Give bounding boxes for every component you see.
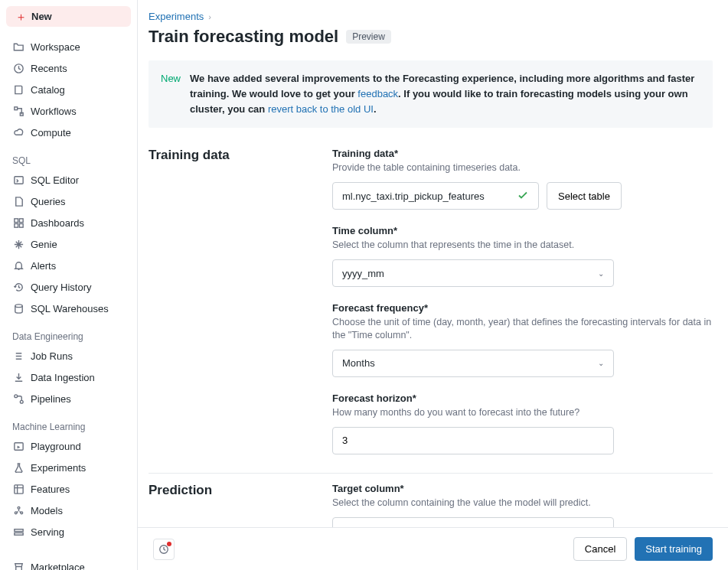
new-button[interactable]: ＋ New: [6, 6, 131, 27]
chevron-down-icon: ⌄: [598, 269, 604, 278]
sidebar-item-sql-editor[interactable]: SQL Editor: [0, 169, 137, 191]
svg-point-9: [14, 394, 17, 397]
sidebar-item-label: Catalog: [31, 84, 65, 96]
field-forecast-frequency: Forecast frequency* Choose the unit of t…: [332, 302, 713, 377]
field-help: Choose the unit of time (day, month, yea…: [332, 316, 713, 342]
field-label: Forecast horizon*: [332, 392, 713, 404]
scroll-area[interactable]: Experiments › Train forecasting model Pr…: [138, 0, 728, 527]
section-title: Prediction: [149, 483, 317, 498]
sidebar-item-label: Features: [31, 484, 70, 495]
banner-message: We have added several improvements to th…: [190, 71, 700, 117]
sidebar-item-label: Models: [31, 505, 63, 516]
terminal-icon: [12, 174, 24, 186]
start-training-button[interactable]: Start training: [635, 537, 713, 561]
field-label: Target column*: [332, 483, 713, 494]
section-title: Training data: [149, 148, 317, 163]
sidebar-item-workflows[interactable]: Workflows: [0, 100, 137, 122]
sidebar: ＋ New Workspace Recents Catalog Workflow…: [0, 0, 138, 570]
list-icon: [12, 350, 24, 362]
svg-rect-6: [14, 223, 18, 227]
cancel-button[interactable]: Cancel: [573, 537, 627, 561]
sidebar-item-serving[interactable]: Serving: [0, 521, 137, 542]
sidebar-item-queries[interactable]: Queries: [0, 191, 137, 212]
warehouse-icon: [12, 302, 24, 314]
forecast-frequency-select[interactable]: Months ⌄: [332, 350, 614, 377]
models-icon: [12, 504, 24, 516]
marketplace-icon: [12, 561, 24, 570]
sidebar-item-label: Job Runs: [31, 350, 73, 362]
revert-link[interactable]: revert back to the old UI: [268, 103, 374, 115]
sidebar-item-label: Marketplace: [31, 562, 85, 571]
ingestion-icon: [12, 371, 24, 383]
new-button-label: New: [31, 11, 52, 22]
sidebar-item-label: SQL Editor: [31, 174, 79, 186]
sidebar-item-pipelines[interactable]: Pipelines: [0, 388, 137, 409]
sidebar-item-job-runs[interactable]: Job Runs: [0, 345, 137, 366]
bell-icon: [12, 259, 24, 272]
sidebar-item-label: Playground: [31, 441, 81, 452]
training-data-input[interactable]: ml.nyc_taxi.trip_pickup_features: [332, 182, 539, 210]
sidebar-item-dashboards[interactable]: Dashboards: [0, 212, 137, 233]
sparkle-icon: [12, 238, 24, 250]
sidebar-item-compute[interactable]: Compute: [0, 122, 137, 143]
history-icon: [12, 281, 24, 293]
breadcrumb-root[interactable]: Experiments: [149, 11, 204, 22]
activity-clock-button[interactable]: [153, 539, 175, 560]
plus-icon: ＋: [15, 11, 27, 22]
folder-icon: [12, 41, 24, 53]
field-help: Select the column containing the value t…: [332, 497, 713, 510]
sidebar-item-marketplace[interactable]: Marketplace: [0, 556, 137, 570]
time-column-select[interactable]: yyyy_mm ⌄: [332, 259, 614, 287]
sidebar-item-query-history[interactable]: Query History: [0, 276, 137, 298]
sidebar-item-label: Compute: [31, 127, 71, 138]
sidebar-item-experiments[interactable]: Experiments: [0, 457, 137, 478]
sidebar-item-workspace[interactable]: Workspace: [0, 36, 137, 57]
sidebar-item-label: Genie: [31, 239, 57, 250]
sidebar-item-recents[interactable]: Recents: [0, 57, 137, 79]
field-time-column: Time column* Select the column that repr…: [332, 225, 713, 287]
sidebar-item-catalog[interactable]: Catalog: [0, 79, 137, 100]
target-column-select[interactable]: count_trips_window_1h_pickup_zip ⌄: [332, 517, 614, 527]
clock-icon: [12, 62, 24, 74]
sidebar-heading-sql: SQL: [0, 149, 137, 169]
sidebar-item-models[interactable]: Models: [0, 500, 137, 521]
field-help: Select the column that represents the ti…: [332, 239, 713, 252]
svg-rect-17: [14, 533, 22, 535]
sidebar-item-alerts[interactable]: Alerts: [0, 255, 137, 276]
svg-rect-12: [14, 484, 22, 493]
sidebar-item-sql-warehouses[interactable]: SQL Warehouses: [0, 298, 137, 319]
cloud-icon: [12, 126, 24, 138]
select-table-button[interactable]: Select table: [547, 182, 622, 210]
field-target-column: Target column* Select the column contain…: [332, 483, 713, 527]
svg-rect-3: [14, 176, 22, 183]
sidebar-item-genie[interactable]: Genie: [0, 233, 137, 255]
svg-point-10: [20, 400, 23, 403]
field-label: Time column*: [332, 225, 713, 236]
feedback-link[interactable]: feedback: [357, 88, 398, 99]
sidebar-item-label: Query History: [31, 282, 91, 293]
sidebar-item-playground[interactable]: Playground: [0, 435, 137, 457]
sidebar-item-label: Experiments: [31, 462, 86, 474]
serving-icon: [12, 526, 24, 538]
book-icon: [12, 83, 24, 96]
file-icon: [12, 195, 24, 207]
svg-rect-16: [14, 529, 22, 531]
sidebar-item-data-ingestion[interactable]: Data Ingestion: [0, 366, 137, 388]
training-data-value: ml.nyc_taxi.trip_pickup_features: [342, 191, 485, 202]
page-title: Train forecasting model: [149, 27, 338, 47]
sidebar-heading-de: Data Engineering: [0, 325, 137, 345]
forecast-frequency-value: Months: [342, 357, 375, 369]
svg-rect-1: [14, 106, 17, 109]
section-training-data: Training data Training data* Provide the…: [149, 138, 713, 473]
sidebar-item-features[interactable]: Features: [0, 478, 137, 500]
breadcrumb: Experiments ›: [149, 11, 713, 22]
playground-icon: [12, 440, 24, 452]
check-icon: [517, 189, 529, 204]
svg-rect-7: [19, 223, 23, 227]
time-column-value: yyyy_mm: [342, 268, 384, 279]
workflow-icon: [12, 105, 24, 117]
flask-icon: [12, 461, 24, 474]
forecast-horizon-input[interactable]: [332, 427, 614, 454]
sidebar-item-label: Workflows: [31, 106, 77, 117]
sidebar-item-label: Pipelines: [31, 393, 71, 405]
